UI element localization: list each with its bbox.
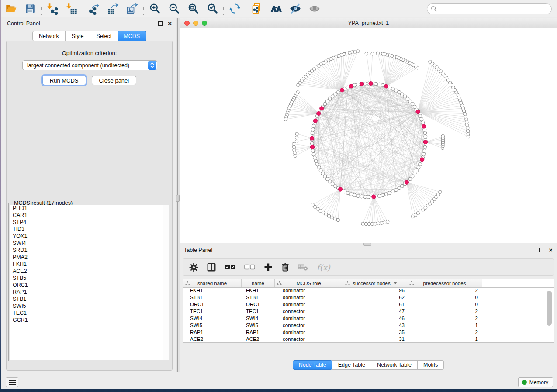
show-all-icon[interactable] — [305, 1, 324, 16]
save-session-icon[interactable] — [21, 1, 40, 16]
main-toolbar — [1, 0, 557, 17]
table-row[interactable]: FKH1FKH1dominator962 — [183, 288, 554, 295]
import-network-icon[interactable] — [43, 1, 62, 16]
select-all-icon[interactable] — [225, 264, 236, 271]
mcds-result-item[interactable]: ORC1 — [10, 282, 169, 289]
add-column-icon[interactable] — [264, 263, 273, 272]
column-header-name[interactable]: name — [242, 279, 275, 287]
search-input[interactable] — [437, 5, 551, 14]
table-scrollbar[interactable] — [547, 291, 552, 326]
column-header-shared-name[interactable]: shared name — [183, 279, 242, 287]
table-cell: 46 — [343, 316, 407, 323]
zoom-fit-icon[interactable] — [183, 1, 203, 16]
zoom-out-icon[interactable] — [164, 1, 183, 16]
table-row[interactable]: SWI4SWI4dominator462 — [183, 316, 554, 323]
table-cell: SWI4 — [183, 316, 242, 323]
mcds-result-item[interactable]: FKH1 — [10, 261, 169, 268]
table-cell: FKH1 — [183, 288, 242, 295]
mcds-result-item[interactable]: PMA2 — [10, 254, 169, 261]
network-graph[interactable] — [180, 28, 557, 243]
memory-button[interactable]: Memory — [518, 377, 553, 387]
tab-motifs[interactable]: Motifs — [418, 360, 444, 370]
status-bar: Memory — [1, 375, 557, 389]
mcds-result-items: PHD1CAR1STP4TID3YOX1SWI4SRD1PMA2FKH1ACE2… — [10, 205, 169, 323]
column-header-predecessor-nodes[interactable]: predecessor nodes — [407, 279, 482, 287]
vertical-splitter[interactable] — [176, 18, 180, 372]
refresh-view-icon[interactable] — [225, 1, 244, 16]
table-cell: connector — [275, 337, 343, 343]
network-canvas[interactable] — [180, 28, 557, 243]
column-label: name — [252, 281, 264, 286]
export-image-icon[interactable] — [123, 1, 142, 16]
column-header-MCDS-role[interactable]: MCDS role — [275, 279, 343, 287]
float-table-panel-icon[interactable] — [539, 248, 543, 252]
tab-network-table[interactable]: Network Table — [371, 360, 418, 370]
close-panel-icon[interactable]: × — [168, 21, 172, 26]
mcds-result-item[interactable]: SWI5 — [10, 303, 169, 309]
tab-network[interactable]: Network — [32, 31, 66, 41]
table-row[interactable]: TEC1TEC1connector472 — [183, 309, 554, 316]
mcds-result-item[interactable]: ACE2 — [10, 268, 169, 275]
export-network-icon[interactable] — [84, 1, 104, 16]
zoom-selected-icon[interactable] — [203, 1, 222, 16]
find-binoculars-icon[interactable] — [266, 1, 286, 16]
mcds-result-item[interactable]: PHD1 — [10, 205, 169, 212]
mcds-result-list[interactable]: PHD1CAR1STP4TID3YOX1SWI4SRD1PMA2FKH1ACE2… — [10, 205, 169, 360]
import-table-icon[interactable] — [62, 1, 81, 16]
delete-column-icon[interactable] — [281, 262, 290, 272]
clone-network-icon[interactable] — [247, 1, 266, 16]
tab-select[interactable]: Select — [90, 31, 118, 41]
close-table-panel-icon[interactable]: × — [549, 248, 553, 252]
run-mcds-button[interactable]: Run MCDS — [42, 76, 86, 85]
zoom-in-icon[interactable] — [145, 1, 164, 16]
splitter-grip[interactable] — [176, 195, 180, 202]
tab-node-table[interactable]: Node Table — [293, 360, 332, 370]
table-cell: dominator — [275, 288, 343, 295]
mcds-result-item[interactable]: SRD1 — [10, 247, 169, 254]
toolbar-separator — [143, 3, 144, 15]
tab-style[interactable]: Style — [66, 31, 90, 41]
network-search-box[interactable] — [427, 3, 552, 14]
mcds-result-item[interactable]: YOX1 — [10, 233, 169, 240]
column-header-successor-nodes[interactable]: successor nodes — [343, 279, 407, 287]
dropdown-stepper-icon — [148, 61, 156, 70]
column-selector-icon[interactable] — [207, 262, 216, 272]
table-settings-icon[interactable] — [189, 263, 198, 272]
hide-selected-icon[interactable] — [286, 1, 305, 16]
mcds-result-item[interactable]: GCR1 — [10, 316, 169, 323]
horizontal-splitter-grip[interactable] — [363, 243, 371, 246]
table-cell: SWI5 — [183, 323, 242, 330]
table-row[interactable]: ORC1ORC1dominator610 — [183, 302, 554, 309]
mcds-result-item[interactable]: STP4 — [10, 219, 169, 226]
table-row[interactable]: STB1STB1dominator620 — [183, 295, 554, 302]
mcds-result-item[interactable]: CAR1 — [10, 212, 169, 219]
close-panel-button[interactable]: Close panel — [92, 76, 137, 85]
mcds-result-item[interactable]: STB1 — [10, 296, 169, 303]
table-cell: 2 — [407, 309, 482, 316]
table-cell: connector — [275, 309, 343, 316]
mcds-result-item[interactable]: SWI4 — [10, 240, 169, 247]
table-row[interactable]: RAP1RAP1dominator352 — [183, 330, 554, 337]
table-cell: STB1 — [242, 295, 275, 302]
table-cell: 2 — [407, 330, 482, 337]
mcds-result-item[interactable]: STB5 — [10, 275, 169, 282]
float-panel-icon[interactable] — [158, 21, 163, 26]
table-cell: 0 — [407, 295, 482, 302]
graph-nodes[interactable] — [284, 50, 470, 226]
open-file-icon[interactable] — [1, 1, 21, 16]
network-window-titlebar[interactable]: YPA_prune.txt_1 — [180, 18, 557, 28]
tab-edge-table[interactable]: Edge Table — [332, 360, 371, 370]
table-row[interactable]: ACE2ACE2connector311 — [183, 337, 554, 343]
tab-mcds[interactable]: MCDS — [118, 31, 146, 41]
mcds-result-item[interactable]: TID3 — [10, 226, 169, 233]
optimization-criterion-select[interactable]: largest connected component (undirected) — [22, 60, 157, 70]
deselect-all-icon[interactable] — [244, 264, 256, 271]
mcds-result-item[interactable]: TEC1 — [10, 309, 169, 316]
export-table-icon[interactable] — [104, 1, 123, 16]
mcds-result-item[interactable]: RAP1 — [10, 289, 169, 296]
network-view-window: YPA_prune.txt_1 — [180, 18, 557, 243]
task-history-button[interactable] — [6, 377, 18, 387]
table-row[interactable]: SWI5SWI5connector431 — [183, 323, 554, 330]
list-scrollbar[interactable] — [163, 205, 169, 360]
node-table-header: shared namenameMCDS rolesuccessor nodesp… — [183, 279, 554, 288]
